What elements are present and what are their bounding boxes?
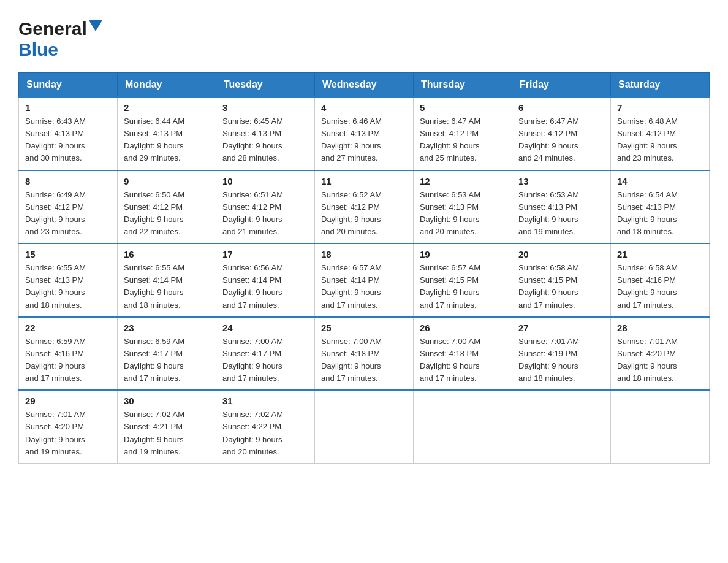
day-info: Sunrise: 6:58 AMSunset: 4:16 PMDaylight:… bbox=[617, 263, 678, 309]
day-number: 6 bbox=[518, 102, 604, 113]
calendar-week-row: 15 Sunrise: 6:55 AMSunset: 4:13 PMDaylig… bbox=[19, 243, 710, 317]
day-info: Sunrise: 7:00 AMSunset: 4:17 PMDaylight:… bbox=[222, 337, 283, 383]
day-number: 14 bbox=[617, 176, 703, 186]
calendar-day-cell: 18 Sunrise: 6:57 AMSunset: 4:14 PMDaylig… bbox=[315, 243, 414, 317]
logo-arrow-icon bbox=[89, 20, 102, 36]
calendar-day-cell bbox=[315, 390, 414, 463]
calendar-week-row: 29 Sunrise: 7:01 AMSunset: 4:20 PMDaylig… bbox=[19, 390, 710, 463]
svg-marker-0 bbox=[89, 20, 102, 31]
day-info: Sunrise: 6:56 AMSunset: 4:14 PMDaylight:… bbox=[222, 263, 283, 309]
day-info: Sunrise: 6:46 AMSunset: 4:13 PMDaylight:… bbox=[321, 117, 382, 163]
day-number: 12 bbox=[420, 176, 506, 186]
day-number: 22 bbox=[25, 323, 111, 333]
day-info: Sunrise: 6:52 AMSunset: 4:12 PMDaylight:… bbox=[321, 190, 382, 236]
calendar-day-cell: 28 Sunrise: 7:01 AMSunset: 4:20 PMDaylig… bbox=[611, 317, 710, 391]
logo-blue-text: Blue bbox=[18, 39, 58, 59]
day-info: Sunrise: 7:01 AMSunset: 4:19 PMDaylight:… bbox=[518, 337, 579, 383]
day-info: Sunrise: 6:51 AMSunset: 4:12 PMDaylight:… bbox=[222, 190, 283, 236]
calendar-table: SundayMondayTuesdayWednesdayThursdayFrid… bbox=[18, 72, 710, 464]
day-info: Sunrise: 6:57 AMSunset: 4:14 PMDaylight:… bbox=[321, 263, 382, 309]
calendar-day-header: Sunday bbox=[19, 73, 118, 98]
day-number: 29 bbox=[25, 396, 111, 406]
day-info: Sunrise: 7:02 AMSunset: 4:21 PMDaylight:… bbox=[124, 410, 184, 456]
calendar-week-row: 22 Sunrise: 6:59 AMSunset: 4:16 PMDaylig… bbox=[19, 317, 710, 391]
calendar-day-cell: 22 Sunrise: 6:59 AMSunset: 4:16 PMDaylig… bbox=[19, 317, 118, 391]
calendar-day-cell: 8 Sunrise: 6:49 AMSunset: 4:12 PMDayligh… bbox=[19, 170, 118, 244]
calendar-day-cell: 9 Sunrise: 6:50 AMSunset: 4:12 PMDayligh… bbox=[118, 170, 216, 244]
day-number: 21 bbox=[617, 249, 703, 259]
day-number: 30 bbox=[124, 396, 210, 406]
calendar-day-header: Monday bbox=[118, 73, 216, 98]
calendar-day-cell: 2 Sunrise: 6:44 AMSunset: 4:13 PMDayligh… bbox=[118, 97, 216, 170]
day-info: Sunrise: 6:49 AMSunset: 4:12 PMDaylight:… bbox=[25, 190, 86, 236]
day-number: 7 bbox=[617, 102, 703, 113]
day-number: 23 bbox=[124, 323, 210, 333]
day-number: 31 bbox=[222, 396, 308, 406]
day-info: Sunrise: 6:58 AMSunset: 4:15 PMDaylight:… bbox=[518, 263, 579, 309]
calendar-body: 1 Sunrise: 6:43 AMSunset: 4:13 PMDayligh… bbox=[19, 97, 710, 463]
calendar-day-cell: 3 Sunrise: 6:45 AMSunset: 4:13 PMDayligh… bbox=[216, 97, 315, 170]
day-info: Sunrise: 6:50 AMSunset: 4:12 PMDaylight:… bbox=[124, 190, 184, 236]
calendar-day-cell: 10 Sunrise: 6:51 AMSunset: 4:12 PMDaylig… bbox=[216, 170, 315, 244]
calendar-day-header: Wednesday bbox=[315, 73, 414, 98]
calendar-day-cell: 25 Sunrise: 7:00 AMSunset: 4:18 PMDaylig… bbox=[315, 317, 414, 391]
day-number: 19 bbox=[420, 249, 506, 259]
day-info: Sunrise: 6:57 AMSunset: 4:15 PMDaylight:… bbox=[420, 263, 480, 309]
calendar-day-header: Tuesday bbox=[216, 73, 315, 98]
calendar-day-cell: 31 Sunrise: 7:02 AMSunset: 4:22 PMDaylig… bbox=[216, 390, 315, 463]
day-info: Sunrise: 6:44 AMSunset: 4:13 PMDaylight:… bbox=[124, 117, 184, 163]
logo: General Blue bbox=[18, 18, 102, 60]
calendar-week-row: 1 Sunrise: 6:43 AMSunset: 4:13 PMDayligh… bbox=[19, 97, 710, 170]
day-info: Sunrise: 6:43 AMSunset: 4:13 PMDaylight:… bbox=[25, 117, 86, 163]
calendar-day-cell: 15 Sunrise: 6:55 AMSunset: 4:13 PMDaylig… bbox=[19, 243, 118, 317]
day-number: 4 bbox=[321, 102, 407, 113]
calendar-header-row: SundayMondayTuesdayWednesdayThursdayFrid… bbox=[19, 73, 710, 98]
day-number: 17 bbox=[222, 249, 308, 259]
calendar-day-cell: 23 Sunrise: 6:59 AMSunset: 4:17 PMDaylig… bbox=[118, 317, 216, 391]
page-header: General Blue bbox=[18, 18, 710, 60]
calendar-day-cell: 29 Sunrise: 7:01 AMSunset: 4:20 PMDaylig… bbox=[19, 390, 118, 463]
calendar-day-cell: 21 Sunrise: 6:58 AMSunset: 4:16 PMDaylig… bbox=[611, 243, 710, 317]
day-number: 1 bbox=[25, 102, 111, 113]
day-number: 5 bbox=[420, 102, 506, 113]
calendar-day-cell: 12 Sunrise: 6:53 AMSunset: 4:13 PMDaylig… bbox=[414, 170, 512, 244]
calendar-day-header: Saturday bbox=[611, 73, 710, 98]
logo-general-text: General bbox=[18, 18, 87, 39]
day-number: 18 bbox=[321, 249, 407, 259]
calendar-day-cell: 4 Sunrise: 6:46 AMSunset: 4:13 PMDayligh… bbox=[315, 97, 414, 170]
calendar-day-cell: 16 Sunrise: 6:55 AMSunset: 4:14 PMDaylig… bbox=[118, 243, 216, 317]
day-info: Sunrise: 7:02 AMSunset: 4:22 PMDaylight:… bbox=[222, 410, 283, 456]
calendar-day-cell: 13 Sunrise: 6:53 AMSunset: 4:13 PMDaylig… bbox=[512, 170, 611, 244]
day-info: Sunrise: 6:53 AMSunset: 4:13 PMDaylight:… bbox=[420, 190, 480, 236]
day-info: Sunrise: 7:01 AMSunset: 4:20 PMDaylight:… bbox=[25, 410, 86, 456]
calendar-day-cell: 5 Sunrise: 6:47 AMSunset: 4:12 PMDayligh… bbox=[414, 97, 512, 170]
day-info: Sunrise: 7:00 AMSunset: 4:18 PMDaylight:… bbox=[321, 337, 382, 383]
day-number: 2 bbox=[124, 102, 210, 113]
calendar-day-cell: 27 Sunrise: 7:01 AMSunset: 4:19 PMDaylig… bbox=[512, 317, 611, 391]
day-number: 20 bbox=[518, 249, 604, 259]
day-info: Sunrise: 6:47 AMSunset: 4:12 PMDaylight:… bbox=[518, 117, 579, 163]
day-number: 26 bbox=[420, 323, 506, 333]
calendar-day-cell: 20 Sunrise: 6:58 AMSunset: 4:15 PMDaylig… bbox=[512, 243, 611, 317]
calendar-day-cell: 30 Sunrise: 7:02 AMSunset: 4:21 PMDaylig… bbox=[118, 390, 216, 463]
day-info: Sunrise: 7:00 AMSunset: 4:18 PMDaylight:… bbox=[420, 337, 480, 383]
calendar-week-row: 8 Sunrise: 6:49 AMSunset: 4:12 PMDayligh… bbox=[19, 170, 710, 244]
calendar-day-header: Thursday bbox=[414, 73, 512, 98]
calendar-day-cell: 7 Sunrise: 6:48 AMSunset: 4:12 PMDayligh… bbox=[611, 97, 710, 170]
day-number: 8 bbox=[25, 176, 111, 186]
day-info: Sunrise: 6:55 AMSunset: 4:13 PMDaylight:… bbox=[25, 263, 86, 309]
day-number: 16 bbox=[124, 249, 210, 259]
calendar-day-cell: 19 Sunrise: 6:57 AMSunset: 4:15 PMDaylig… bbox=[414, 243, 512, 317]
calendar-day-header: Friday bbox=[512, 73, 611, 98]
day-number: 28 bbox=[617, 323, 703, 333]
calendar-day-cell: 14 Sunrise: 6:54 AMSunset: 4:13 PMDaylig… bbox=[611, 170, 710, 244]
calendar-day-cell bbox=[611, 390, 710, 463]
day-info: Sunrise: 6:59 AMSunset: 4:17 PMDaylight:… bbox=[124, 337, 184, 383]
calendar-day-cell: 6 Sunrise: 6:47 AMSunset: 4:12 PMDayligh… bbox=[512, 97, 611, 170]
calendar-day-cell bbox=[414, 390, 512, 463]
calendar-day-cell bbox=[512, 390, 611, 463]
calendar-day-cell: 17 Sunrise: 6:56 AMSunset: 4:14 PMDaylig… bbox=[216, 243, 315, 317]
calendar-day-cell: 26 Sunrise: 7:00 AMSunset: 4:18 PMDaylig… bbox=[414, 317, 512, 391]
day-info: Sunrise: 6:55 AMSunset: 4:14 PMDaylight:… bbox=[124, 263, 184, 309]
calendar-day-cell: 1 Sunrise: 6:43 AMSunset: 4:13 PMDayligh… bbox=[19, 97, 118, 170]
